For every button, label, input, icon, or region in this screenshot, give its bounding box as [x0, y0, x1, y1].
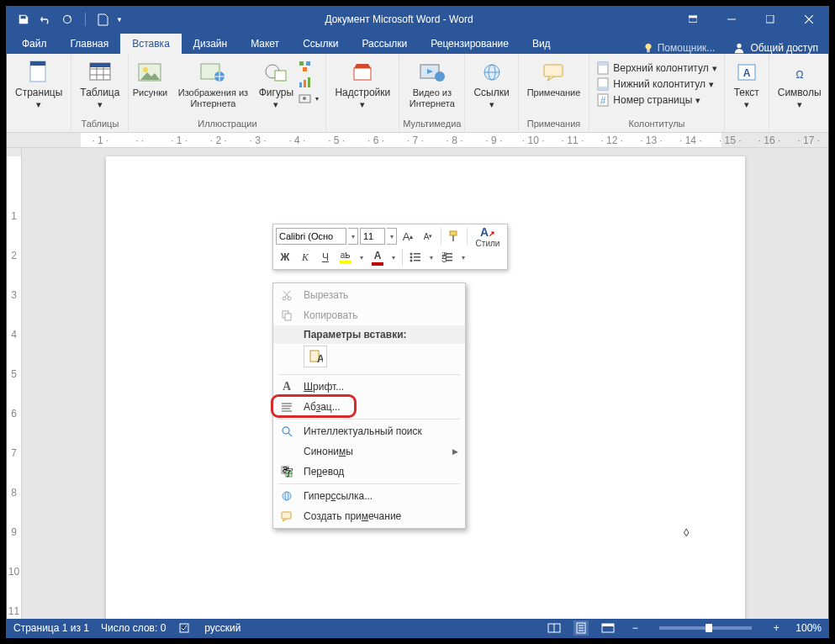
- ctx-paragraph[interactable]: Абзац...: [273, 397, 465, 417]
- pictures-button[interactable]: Рисунки: [132, 57, 167, 100]
- ctx-paste-options: A: [273, 344, 465, 372]
- undo-icon[interactable]: [35, 9, 55, 29]
- bullets-dd-icon[interactable]: ▾: [426, 249, 436, 266]
- bold-button[interactable]: Ж: [276, 248, 294, 267]
- ctx-new-comment[interactable]: Создать примечание: [273, 506, 465, 526]
- store-icon: [349, 59, 376, 86]
- tab-mailings[interactable]: Рассылки: [350, 34, 419, 54]
- close-icon[interactable]: [790, 7, 828, 32]
- highlight-dd-icon[interactable]: ▾: [357, 249, 367, 266]
- underline-button[interactable]: Ч: [316, 248, 335, 267]
- chart-button[interactable]: [295, 75, 322, 90]
- redo-icon[interactable]: [57, 9, 77, 29]
- word-window: ▼ Документ Microsoft Word - Word Файл Гл…: [6, 6, 829, 638]
- group-illustrations: Рисунки Изображения из Интернета Фигуры▾…: [129, 54, 326, 132]
- svg-rect-4: [647, 51, 650, 53]
- links-button[interactable]: Ссылки▾: [468, 57, 514, 111]
- tab-home[interactable]: Главная: [59, 34, 121, 54]
- font-color-button[interactable]: A: [368, 248, 387, 267]
- save-icon[interactable]: [13, 9, 34, 29]
- svg-point-69: [283, 492, 291, 500]
- minimize-icon[interactable]: [712, 7, 751, 32]
- table-button[interactable]: Таблица▾: [75, 57, 124, 111]
- svg-rect-57: [446, 260, 452, 261]
- svg-rect-31: [598, 62, 608, 66]
- footer-button[interactable]: Нижний колонтитул ▾: [593, 77, 720, 92]
- status-page[interactable]: Страница 1 из 1: [13, 622, 89, 634]
- paste-keep-text-icon[interactable]: A: [304, 346, 327, 367]
- highlight-button[interactable]: aƄ: [336, 248, 355, 267]
- zoom-slider[interactable]: [659, 626, 752, 630]
- print-layout-icon[interactable]: [573, 620, 589, 636]
- screenshot-button[interactable]: ▾: [295, 91, 322, 106]
- scissors-icon: [278, 288, 295, 303]
- ctx-synonyms[interactable]: Синонимы ▶: [273, 441, 465, 462]
- screenshot-icon: [299, 92, 312, 105]
- horizontal-ruler[interactable]: · 1 ·· ·· 1 ·· 2 ·· 3 ·· 4 ·· 5 ·· 6 ·· …: [7, 133, 828, 148]
- link-icon: [478, 59, 505, 86]
- svg-rect-29: [544, 65, 563, 77]
- qat-dropdown-icon[interactable]: ▼: [114, 9, 124, 29]
- tab-review[interactable]: Рецензирование: [419, 34, 521, 54]
- svg-point-5: [737, 44, 742, 48]
- vertical-ruler[interactable]: 1234567891011: [7, 148, 22, 619]
- tab-layout[interactable]: Макет: [239, 34, 291, 54]
- ctx-hyperlink[interactable]: Гиперссылка...: [273, 486, 465, 506]
- shapes-icon: [262, 59, 289, 86]
- online-pictures-button[interactable]: Изображения из Интернета: [169, 57, 256, 110]
- ctx-translate[interactable]: a字 Перевод: [273, 462, 465, 482]
- tell-me-search[interactable]: Помощник...: [634, 42, 724, 54]
- ctx-smart-lookup[interactable]: Интеллектуальный поиск: [273, 421, 465, 441]
- zoom-in-icon[interactable]: +: [769, 620, 784, 636]
- svg-text:#: #: [600, 95, 606, 107]
- shrink-font-icon[interactable]: A▾: [419, 227, 437, 245]
- svg-rect-17: [306, 61, 310, 66]
- share-button[interactable]: Общий доступ: [723, 42, 828, 54]
- mini-font-name[interactable]: Calibri (Осно: [276, 228, 346, 245]
- mini-styles-button[interactable]: A↗Стили: [471, 227, 505, 245]
- mini-font-dd-icon[interactable]: ▾: [348, 228, 358, 245]
- ribbon-display-icon[interactable]: [674, 7, 712, 32]
- maximize-icon[interactable]: [751, 7, 790, 32]
- grow-font-icon[interactable]: A▴: [399, 227, 417, 245]
- fontcolor-dd-icon[interactable]: ▾: [388, 249, 399, 266]
- group-header-footer: Верхний колонтитул ▾ Нижний колонтитул ▾…: [589, 54, 724, 132]
- bullets-icon[interactable]: [406, 248, 425, 267]
- smartart-button[interactable]: [295, 59, 322, 74]
- addins-button[interactable]: Надстройки▾: [330, 57, 395, 111]
- tab-references[interactable]: Ссылки: [291, 34, 350, 54]
- tab-design[interactable]: Дизайн: [182, 34, 239, 54]
- numbering-icon[interactable]: 123: [438, 248, 457, 267]
- window-controls: [674, 7, 828, 32]
- web-layout-icon[interactable]: [600, 620, 616, 636]
- tab-insert[interactable]: Вставка: [120, 34, 182, 54]
- tab-view[interactable]: Вид: [521, 34, 563, 54]
- status-language[interactable]: русский: [204, 622, 240, 634]
- zoom-out-icon[interactable]: −: [627, 620, 642, 636]
- text-button[interactable]: A Текст▾: [728, 57, 765, 111]
- numbering-dd-icon[interactable]: ▾: [458, 249, 468, 266]
- new-doc-icon[interactable]: [92, 9, 113, 29]
- font-icon: A: [278, 379, 295, 394]
- pagenum-button[interactable]: #Номер страницы ▾: [593, 92, 720, 108]
- shapes-button[interactable]: Фигуры▾: [258, 57, 293, 111]
- tab-file[interactable]: Файл: [10, 34, 59, 54]
- ctx-font[interactable]: A Шрифт...: [273, 377, 465, 397]
- group-tables: Таблица▾ Таблицы: [71, 54, 129, 132]
- zoom-level[interactable]: 100%: [795, 622, 822, 634]
- online-video-button[interactable]: Видео из Интернета: [403, 57, 461, 110]
- svg-rect-21: [308, 77, 310, 87]
- svg-rect-61: [285, 314, 291, 320]
- pages-button[interactable]: Страницы▾: [10, 57, 67, 111]
- symbols-button[interactable]: Ω Символы▾: [773, 57, 827, 111]
- status-words[interactable]: Число слов: 0: [101, 622, 166, 634]
- spellcheck-icon[interactable]: [177, 620, 193, 636]
- header-button[interactable]: Верхний колонтитул ▾: [593, 61, 720, 76]
- read-mode-icon[interactable]: [547, 620, 562, 636]
- comment-button[interactable]: Примечание: [522, 57, 586, 100]
- format-painter-icon[interactable]: [445, 227, 463, 245]
- svg-rect-24: [354, 68, 371, 80]
- mini-font-size[interactable]: 11: [360, 228, 385, 245]
- mini-size-dd-icon[interactable]: ▾: [387, 228, 397, 245]
- italic-button[interactable]: К: [296, 248, 314, 267]
